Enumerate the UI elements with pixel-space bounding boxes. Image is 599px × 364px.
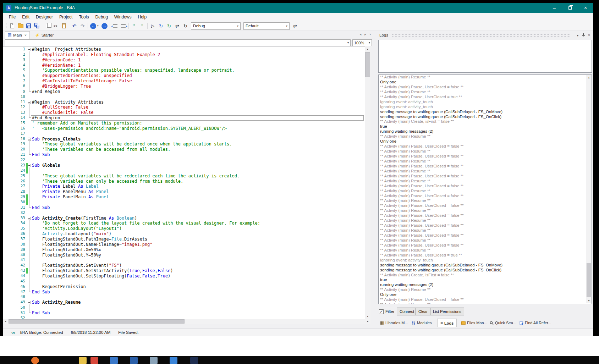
pin-icon[interactable]: [581, 33, 586, 38]
tab-modules[interactable]: Modules: [409, 319, 435, 327]
log-entry[interactable]: ** Activity (main) Resume **: [379, 75, 592, 80]
log-entry[interactable]: ** Activity (main) Resume **: [379, 198, 592, 203]
code-line[interactable]: 16' <uses-permission android:name="andro…: [3, 126, 365, 131]
indent-button[interactable]: ▸: [119, 22, 127, 30]
taskbar-app-icon[interactable]: [31, 357, 39, 364]
refresh-button[interactable]: ↻: [181, 22, 189, 30]
log-entry[interactable]: sending message to waiting queue (CallSu…: [379, 268, 592, 273]
logs-scrollbar[interactable]: ▲ ▼: [586, 75, 592, 303]
code-line[interactable]: 12 #FullScreen: False: [3, 105, 365, 110]
log-entry[interactable]: ** Activity (main) Pause, UserClosed = f…: [379, 223, 592, 228]
tab-find-all-references[interactable]: Find All Refer...: [517, 319, 554, 327]
code-line[interactable]: 23Sub Globals: [3, 163, 365, 168]
code-line[interactable]: 9#End Region: [3, 89, 365, 94]
log-entry[interactable]: ** Activity (main) Pause, UserClosed = t…: [379, 253, 592, 258]
code-editor[interactable]: 1#Region Project Attributes2 #Applicatio…: [3, 46, 370, 319]
log-entry[interactable]: ** Activity (main) Resume **: [379, 208, 592, 213]
code-line[interactable]: 14#End Region: [3, 115, 365, 121]
log-entry[interactable]: ** Activity (main) Resume **: [379, 90, 592, 95]
log-entry[interactable]: ** Activity (main) Resume **: [379, 159, 592, 164]
taskbar-app-icon[interactable]: [79, 357, 87, 364]
code-line[interactable]: 21End Sub: [3, 152, 365, 158]
log-entry[interactable]: Only one: [379, 292, 592, 297]
run-button[interactable]: ▷: [149, 22, 157, 30]
code-line[interactable]: 4 #VersionName: 1: [3, 63, 365, 68]
code-line[interactable]: 25 'These global variables will be redec…: [3, 173, 365, 179]
code-line[interactable]: 40 FloatingStandOut.Y=50%y: [3, 253, 365, 258]
code-line[interactable]: 34 'Do not forget to load the layout fil…: [3, 221, 365, 226]
comment-button[interactable]: '': [130, 22, 138, 30]
menu-edit[interactable]: Edit: [19, 13, 33, 21]
log-entry[interactable]: ** Activity (main) Resume **: [379, 218, 592, 223]
scroll-down-icon[interactable]: ▼: [365, 314, 370, 319]
log-entry[interactable]: ** Activity (main) Pause, UserClosed = f…: [379, 184, 592, 189]
code-line[interactable]: 52: [3, 316, 365, 319]
log-entry[interactable]: Only one: [379, 139, 592, 144]
code-line[interactable]: 2 #ApplicationLabel: Floating StandOut E…: [3, 52, 365, 57]
log-entry[interactable]: ** Activity (main) Pause, UserClosed = f…: [379, 144, 592, 149]
log-entry[interactable]: ** Activity (main) Resume **: [379, 149, 592, 154]
log-entry[interactable]: ** Activity (main) Pause, UserClosed = f…: [379, 154, 592, 159]
navigate-back-button[interactable]: ←: [89, 22, 97, 30]
menu-file[interactable]: File: [6, 13, 19, 21]
paste-button[interactable]: [60, 22, 68, 30]
code-line[interactable]: 5 'SupportedOrientations possible values…: [3, 68, 365, 73]
code-line[interactable]: 22: [3, 158, 365, 163]
cut-button[interactable]: ✂: [51, 22, 60, 30]
uncomment-button[interactable]: '': [138, 22, 146, 30]
menu-help[interactable]: Help: [135, 13, 150, 21]
taskbar-app-icon[interactable]: [190, 357, 198, 364]
log-entry[interactable]: ** Activity (main) Resume **: [379, 134, 592, 139]
scroll-down-icon[interactable]: ▼: [586, 298, 592, 303]
tab-scroll-left-icon[interactable]: ◂: [360, 33, 362, 36]
new-file-button[interactable]: [8, 22, 16, 30]
code-line[interactable]: 41: [3, 258, 365, 263]
log-entry[interactable]: running waiting messages (2): [379, 282, 592, 287]
fold-collapse-icon[interactable]: [28, 301, 31, 304]
outdent-button[interactable]: ◂: [111, 22, 119, 30]
connect-button[interactable]: Connect: [397, 308, 417, 315]
code-line[interactable]: 27 Private Label As Label: [3, 184, 365, 189]
code-line[interactable]: 49Sub Activity_Resume: [3, 300, 365, 305]
panel-menu-chevron-icon[interactable]: ▾: [575, 33, 581, 37]
log-entry[interactable]: ** Activity (main) Resume **: [379, 228, 592, 233]
undo-button[interactable]: ↶: [70, 22, 78, 30]
tab-main[interactable]: Main ×: [5, 31, 30, 39]
code-line[interactable]: 11#Region Activity Attributes: [3, 100, 365, 105]
restore-button[interactable]: [562, 3, 578, 13]
code-line[interactable]: 18Sub Process_Globals: [3, 137, 365, 142]
taskbar-app-icon[interactable]: [170, 357, 177, 364]
scroll-right-icon[interactable]: ▸: [365, 319, 370, 324]
fold-collapse-icon[interactable]: [28, 164, 31, 167]
code-line[interactable]: 32: [3, 210, 365, 216]
log-entry[interactable]: ** Activity (main) Pause, UserClosed = f…: [379, 85, 592, 90]
panel-close-icon[interactable]: ×: [586, 33, 592, 37]
code-line[interactable]: 43 FloatingStandOut.SetStartActivity(Tru…: [3, 268, 365, 274]
log-entry[interactable]: ** Activity (main) Resume **: [379, 287, 592, 292]
code-line[interactable]: 36 Activity.LoadLayout("main"): [3, 231, 365, 237]
filter-checkbox[interactable]: ✓: [379, 309, 384, 314]
log-entry[interactable]: ** Activity (main) Create, isFirst = fal…: [379, 119, 592, 124]
log-entry[interactable]: ** Activity (main) Pause, UserClosed = f…: [379, 297, 592, 302]
code-line[interactable]: 26 'These variables can only be accessed…: [3, 179, 365, 184]
compile-debug-button[interactable]: ↻: [157, 22, 165, 30]
code-line[interactable]: 47End Sub: [3, 289, 365, 295]
code-line[interactable]: 20 'These variables can be accessed from…: [3, 147, 365, 152]
logs-panel-header[interactable]: Logs ▾ ×: [377, 31, 593, 39]
tab-libraries-manager[interactable]: Libraries M...: [377, 319, 411, 327]
taskbar[interactable]: [0, 356, 599, 364]
navigate-back-dropdown[interactable]: ▾: [97, 24, 100, 27]
code-line[interactable]: 37 FloatingStandOut.PathImage=File.DirAs…: [3, 237, 365, 242]
log-entry[interactable]: ** Activity (main) Resume **: [379, 169, 592, 174]
build-configuration-dropdown[interactable]: Debug▾: [191, 22, 241, 30]
log-entry[interactable]: Ignoring event: activity_touch: [379, 100, 592, 105]
code-line[interactable]: 44 FloatingStandOut.SetStopFloating(Fals…: [3, 274, 365, 279]
menu-windows[interactable]: Windows: [111, 13, 135, 21]
code-line[interactable]: 35 'Activity.LoadLayout("Layout1"): [3, 226, 365, 231]
zoom-dropdown[interactable]: 100% ▾: [352, 39, 372, 46]
close-button[interactable]: ×: [578, 3, 593, 13]
build-variant-dropdown[interactable]: Default▾: [243, 22, 290, 30]
fold-collapse-icon[interactable]: [28, 138, 31, 141]
fold-collapse-icon[interactable]: [28, 217, 31, 220]
code-line[interactable]: 30: [3, 200, 365, 205]
